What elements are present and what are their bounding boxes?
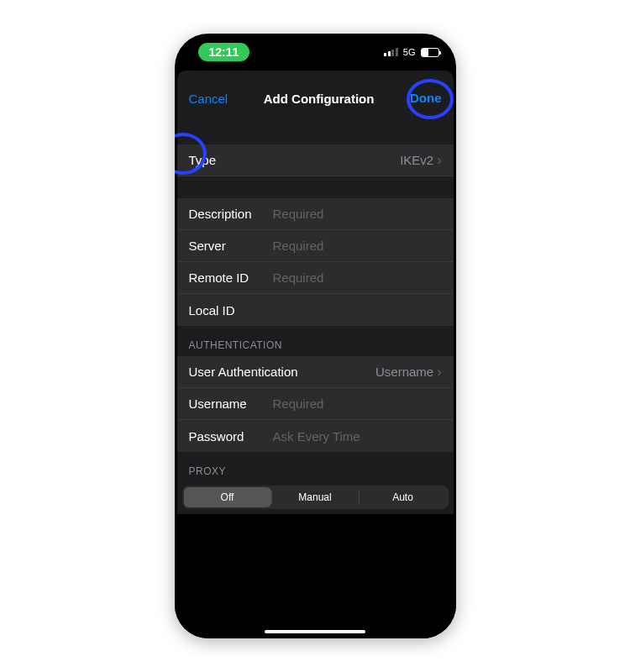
local-id-label: Local ID — [189, 303, 263, 318]
done-button[interactable]: Done — [410, 91, 442, 105]
username-row[interactable]: Username — [177, 388, 454, 420]
authentication-header: AUTHENTICATION — [177, 326, 454, 356]
description-label: Description — [189, 207, 263, 221]
type-row[interactable]: Type IKEv2 › — [177, 144, 454, 176]
local-id-input[interactable] — [273, 303, 442, 318]
signal-icon — [384, 48, 398, 56]
password-label: Password — [189, 429, 263, 444]
server-input[interactable] — [273, 239, 442, 253]
server-row[interactable]: Server — [177, 230, 454, 262]
user-authentication-row[interactable]: User Authentication Username › — [177, 356, 454, 388]
description-row[interactable]: Description — [177, 198, 454, 230]
remote-id-input[interactable] — [273, 270, 442, 285]
proxy-option-off[interactable]: Off — [184, 487, 271, 507]
remote-id-label: Remote ID — [189, 270, 263, 285]
proxy-option-manual[interactable]: Manual — [271, 487, 359, 507]
cancel-button[interactable]: Cancel — [189, 92, 228, 106]
status-bar: 12:11 5G — [175, 34, 456, 71]
username-label: Username — [189, 396, 263, 411]
proxy-header: PROXY — [177, 452, 454, 482]
battery-icon — [421, 48, 439, 57]
chevron-right-icon: › — [437, 365, 441, 379]
network-label: 5G — [403, 47, 416, 57]
proxy-segmented-control[interactable]: Off Manual Auto — [182, 486, 449, 509]
canvas: 12:11 5G Cancel Add Configuration Done — [0, 0, 630, 672]
user-authentication-label: User Authentication — [189, 365, 298, 379]
password-row[interactable]: Password — [177, 420, 454, 452]
password-input[interactable] — [273, 429, 442, 444]
chevron-right-icon: › — [437, 154, 441, 167]
modal-sheet-top — [177, 71, 454, 81]
proxy-option-auto[interactable]: Auto — [360, 487, 447, 507]
server-label: Server — [189, 239, 263, 253]
username-input[interactable] — [273, 396, 442, 411]
nav-bar: Cancel Add Configuration Done — [177, 81, 454, 116]
type-value: IKEv2 — [400, 153, 433, 167]
remote-id-row[interactable]: Remote ID — [177, 262, 454, 294]
iphone-frame: 12:11 5G Cancel Add Configuration Done — [175, 34, 456, 638]
page-title: Add Configuration — [264, 92, 375, 106]
local-id-row[interactable]: Local ID — [177, 294, 454, 326]
user-authentication-value: Username — [375, 365, 433, 379]
type-label: Type — [189, 153, 217, 167]
home-indicator — [265, 630, 365, 633]
description-input[interactable] — [273, 207, 442, 221]
status-time-pill: 12:11 — [198, 43, 250, 61]
